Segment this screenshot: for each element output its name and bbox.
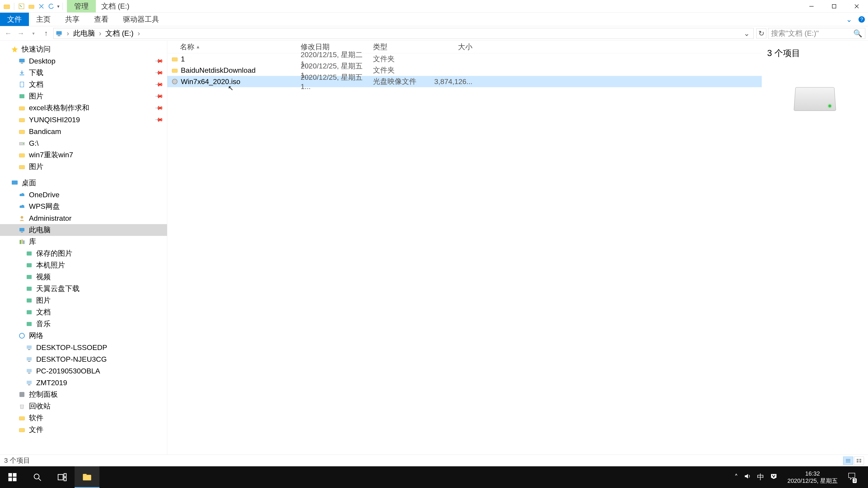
tree-lib-item[interactable]: 图片 bbox=[0, 295, 167, 306]
svg-rect-54 bbox=[860, 461, 861, 462]
nav-back-button[interactable]: ← bbox=[3, 28, 13, 39]
contextual-tab-manage[interactable]: 管理 bbox=[67, 0, 96, 12]
ribbon-expand-icon[interactable]: ⌄ bbox=[843, 13, 855, 26]
nav-up-button[interactable]: ↑ bbox=[41, 28, 52, 39]
svg-rect-28 bbox=[27, 252, 32, 256]
tree-label: DESKTOP-LSSOEDP bbox=[36, 344, 107, 352]
nav-recent-dropdown[interactable]: ▾ bbox=[28, 28, 39, 39]
desktop-icon bbox=[18, 57, 26, 65]
refresh-button[interactable]: ↻ bbox=[756, 29, 766, 38]
task-view-button[interactable] bbox=[50, 466, 74, 488]
address-dropdown-icon[interactable]: ⌄ bbox=[742, 29, 752, 38]
col-header-name[interactable]: 名称▲ bbox=[167, 42, 301, 52]
navigation-tree[interactable]: 快速访问 Desktop 📌 下载 📌 文档 📌 图片 📌 excel表格制作求… bbox=[0, 41, 167, 455]
maximize-button[interactable] bbox=[823, 0, 845, 13]
tree-lib-item[interactable]: 音乐 bbox=[0, 318, 167, 330]
tree-desktop-item[interactable]: 库 bbox=[0, 236, 167, 248]
tree-qa-item[interactable]: YUNQISHI2019 📌 bbox=[0, 114, 167, 126]
tree-lib-item[interactable]: 天翼云盘下载 bbox=[0, 283, 167, 295]
action-center-button[interactable]: 3 bbox=[848, 472, 856, 482]
breadcrumb-pc[interactable]: 此电脑 bbox=[73, 29, 95, 38]
ribbon-tab-drive-tools[interactable]: 驱动器工具 bbox=[116, 13, 166, 26]
tree-label: 视频 bbox=[36, 272, 51, 282]
tree-qa-item[interactable]: 图片 bbox=[0, 161, 167, 173]
tree-lib-item[interactable]: 本机照片 bbox=[0, 259, 167, 271]
col-header-size[interactable]: 大小 bbox=[434, 42, 477, 52]
qat-properties-icon[interactable] bbox=[18, 2, 26, 10]
file-row[interactable]: 1 2020/12/15, 星期二 1... 文件夹 bbox=[167, 53, 762, 65]
tree-desktop-item[interactable]: Administrator bbox=[0, 213, 167, 224]
taskbar[interactable]: ˄ 中 16:32 2020/12/25, 星期五 3 bbox=[0, 466, 868, 488]
taskbar-search-button[interactable] bbox=[25, 466, 50, 488]
help-icon[interactable]: ? bbox=[855, 13, 868, 26]
start-button[interactable] bbox=[0, 466, 25, 488]
ribbon-tab-home[interactable]: 主页 bbox=[29, 13, 58, 26]
address-search-row: ← → ▾ ↑ › 此电脑 › 文档 (E:) › ⌄ ↻ 搜索"文档 (E:)… bbox=[0, 26, 868, 41]
breadcrumb-drive[interactable]: 文档 (E:) bbox=[105, 29, 133, 38]
tree-qa-item[interactable]: Bandicam bbox=[0, 126, 167, 137]
file-row[interactable]: Win7x64_2020.iso 2020/12/25, 星期五 1... 光盘… bbox=[167, 76, 762, 87]
svg-rect-62 bbox=[64, 478, 66, 481]
lib-sub-icon bbox=[25, 273, 33, 281]
address-bar[interactable]: › 此电脑 › 文档 (E:) › ⌄ bbox=[53, 28, 754, 39]
file-row[interactable]: BaiduNetdiskDownload 2020/12/25, 星期五 1..… bbox=[167, 65, 762, 76]
tray-app-icon[interactable] bbox=[770, 473, 777, 482]
tree-files[interactable]: 文件 bbox=[0, 424, 167, 435]
qat-undo-icon[interactable] bbox=[47, 2, 55, 10]
tree-recycle-bin[interactable]: 回收站 bbox=[0, 400, 167, 412]
search-placeholder: 搜索"文档 (E:)" bbox=[771, 29, 819, 38]
tree-network-item[interactable]: ZMT2019 bbox=[0, 377, 167, 389]
tree-qa-item[interactable]: win7重装win7 bbox=[0, 149, 167, 161]
tree-desktop-item[interactable]: WPS网盘 bbox=[0, 201, 167, 213]
view-icons-button[interactable] bbox=[854, 457, 864, 465]
taskbar-explorer-button[interactable] bbox=[74, 466, 99, 488]
ribbon-tab-view[interactable]: 查看 bbox=[87, 13, 116, 26]
svg-rect-6 bbox=[56, 31, 62, 35]
tree-qa-item[interactable]: excel表格制作求和 📌 bbox=[0, 102, 167, 114]
tree-label: 图片 bbox=[36, 295, 51, 305]
svg-rect-23 bbox=[20, 228, 24, 231]
tree-network[interactable]: 网络 bbox=[0, 330, 167, 341]
tree-qa-item[interactable]: 图片 📌 bbox=[0, 90, 167, 102]
tree-qa-item[interactable]: 文档 📌 bbox=[0, 78, 167, 90]
tree-lib-item[interactable]: 视频 bbox=[0, 271, 167, 283]
qat-customize-icon[interactable]: ▾ bbox=[57, 4, 59, 9]
volume-icon[interactable] bbox=[744, 473, 751, 482]
tree-qa-item[interactable]: G:\ bbox=[0, 137, 167, 149]
taskbar-clock[interactable]: 16:32 2020/12/25, 星期五 bbox=[783, 470, 842, 484]
nav-forward-button[interactable]: → bbox=[16, 28, 26, 39]
minimize-button[interactable] bbox=[800, 0, 823, 13]
column-headers[interactable]: 名称▲ 修改日期 类型 大小 bbox=[167, 41, 762, 53]
tree-software[interactable]: 软件 bbox=[0, 412, 167, 424]
tree-control-panel[interactable]: 控制面板 bbox=[0, 389, 167, 400]
ribbon-tab-share[interactable]: 共享 bbox=[58, 13, 87, 26]
tree-label: PC-20190530OBLA bbox=[36, 367, 100, 375]
tree-desktop-item[interactable]: OneDrive bbox=[0, 189, 167, 201]
ribbon-tab-file[interactable]: 文件 bbox=[0, 13, 29, 26]
svg-rect-44 bbox=[20, 392, 24, 397]
tree-lib-item[interactable]: 文档 bbox=[0, 306, 167, 318]
view-details-button[interactable] bbox=[843, 457, 853, 465]
tree-network-item[interactable]: PC-20190530OBLA bbox=[0, 365, 167, 377]
tree-label: 图片 bbox=[29, 91, 43, 101]
tree-quick-access[interactable]: 快速访问 bbox=[0, 43, 167, 55]
search-input[interactable]: 搜索"文档 (E:)" 🔍 bbox=[768, 28, 865, 39]
tree-network-item[interactable]: DESKTOP-NJEU3CG bbox=[0, 353, 167, 365]
network-pc-icon bbox=[25, 379, 33, 387]
tree-qa-item[interactable]: Desktop 📌 bbox=[0, 55, 167, 67]
qat-delete-icon[interactable] bbox=[37, 2, 45, 10]
tree-qa-item[interactable]: 下载 📌 bbox=[0, 67, 167, 78]
ime-indicator[interactable]: 中 bbox=[757, 472, 764, 482]
tree-desktop[interactable]: 桌面 bbox=[0, 177, 167, 189]
system-tray[interactable]: ˄ 中 16:32 2020/12/25, 星期五 3 bbox=[735, 466, 868, 488]
col-header-type[interactable]: 类型 bbox=[373, 42, 434, 52]
doc-icon bbox=[18, 80, 26, 88]
close-button[interactable] bbox=[845, 0, 868, 13]
tree-network-item[interactable]: DESKTOP-LSSOEDP bbox=[0, 341, 167, 353]
svg-rect-57 bbox=[8, 478, 12, 481]
tree-desktop-item[interactable]: 此电脑 bbox=[0, 224, 167, 236]
tray-overflow-icon[interactable]: ˄ bbox=[735, 473, 738, 482]
qat-new-folder-icon[interactable] bbox=[27, 2, 35, 10]
tree-lib-item[interactable]: 保存的图片 bbox=[0, 248, 167, 259]
svg-rect-33 bbox=[27, 310, 32, 314]
